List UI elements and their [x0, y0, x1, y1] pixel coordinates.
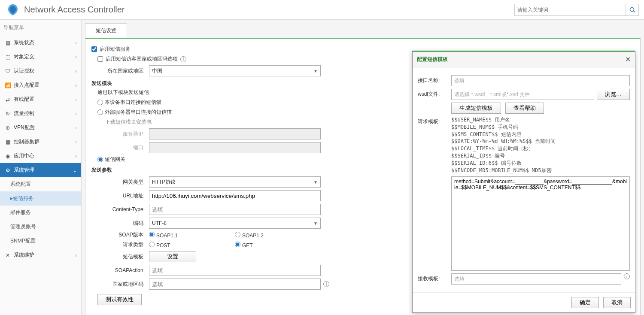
- sidebar-item-cluster[interactable]: ▦控制器集群›: [0, 135, 81, 149]
- info-icon[interactable]: i: [180, 56, 186, 62]
- radio-ext-modem[interactable]: [97, 109, 103, 115]
- chevron-right-icon: ›: [75, 68, 77, 74]
- sidebar-item-label: 认证授权: [14, 67, 75, 75]
- wired-icon: ⇄: [4, 97, 11, 103]
- sidebar-title: 导航菜单: [0, 20, 81, 36]
- req-type-label: 请求类型:: [97, 241, 149, 248]
- port-input: [149, 142, 321, 153]
- status-icon: ▤: [4, 40, 11, 46]
- sidebar-item-object-def[interactable]: ⬚对象定义›: [0, 50, 81, 64]
- sidebar-item-label: 系统状态: [14, 39, 75, 46]
- info-icon[interactable]: i: [624, 273, 630, 279]
- radio-local-modem[interactable]: [97, 100, 103, 105]
- interface-name-input[interactable]: [451, 75, 630, 86]
- search-button[interactable]: [626, 4, 639, 16]
- close-icon[interactable]: ✕: [625, 55, 631, 64]
- radio-sms-gateway[interactable]: [97, 157, 103, 162]
- sub-system-config[interactable]: 系统配置: [0, 177, 81, 191]
- chevron-right-icon: ›: [75, 125, 77, 131]
- chevron-right-icon: ›: [75, 54, 77, 60]
- enable-region-checkbox[interactable]: [97, 56, 103, 62]
- app-logo-icon: [5, 2, 21, 18]
- radio-label: SOAP1.2: [242, 233, 264, 239]
- chevron-right-icon: ›: [75, 153, 77, 159]
- request-template-textarea[interactable]: [451, 176, 630, 271]
- sub-sms-service[interactable]: ▸短信服务: [0, 191, 81, 206]
- soapaction-input[interactable]: [149, 265, 321, 276]
- server-ip-label: 服务器IP:: [97, 130, 149, 138]
- tab-sms-settings[interactable]: 短信设置: [85, 23, 127, 38]
- radio-label: POST: [156, 242, 170, 248]
- sidebar-item-label: 接入点配置: [14, 82, 75, 89]
- chevron-down-icon: ▼: [313, 69, 318, 73]
- wsdl-file-input[interactable]: [451, 89, 594, 100]
- app-title: Network Access Controller: [24, 5, 514, 15]
- receive-template-input[interactable]: [451, 273, 621, 285]
- wsdl-label: wsdl文件:: [418, 89, 451, 98]
- sidebar-item-sysmaint[interactable]: ✕系统维护›: [0, 248, 81, 262]
- radio-post[interactable]: [149, 242, 155, 247]
- sidebar-item-auth[interactable]: 🛡认证授权›: [0, 64, 81, 78]
- gw-type-select[interactable]: HTTP协议▼: [149, 176, 321, 188]
- receive-template-label: 接收模板:: [418, 273, 451, 282]
- radio-get[interactable]: [235, 242, 240, 247]
- gw-type-label: 网关类型:: [97, 179, 149, 186]
- sidebar-item-sysmgmt[interactable]: ⚙系统管理⌄: [0, 163, 81, 177]
- sub-snmp[interactable]: SNMP配置: [0, 234, 81, 248]
- combo-value: UTF-8: [152, 220, 167, 226]
- sidebar-item-appcenter[interactable]: ◉应用中心›: [0, 149, 81, 163]
- sidebar-item-wired[interactable]: ⇄有线配置›: [0, 92, 81, 106]
- radio-soap11[interactable]: [149, 232, 155, 237]
- main-content: 短信设置 启用短信服务 启用短信访客国家或地区码选项 i 所在国家或地区: 中国…: [82, 20, 644, 315]
- auth-icon: 🛡: [4, 68, 11, 74]
- sidebar-item-label: 有线配置: [14, 96, 75, 103]
- sidebar-item-system-status[interactable]: ▤系统状态›: [0, 36, 81, 50]
- interface-name-label: 接口名称:: [418, 75, 451, 84]
- info-icon[interactable]: i: [323, 281, 329, 287]
- test-validity-button[interactable]: 测试有效性: [97, 294, 142, 305]
- sidebar-item-label: 对象定义: [14, 53, 75, 61]
- modal-header: 配置短信模板 ✕: [413, 51, 635, 67]
- ok-button[interactable]: 确定: [571, 297, 599, 308]
- traffic-icon: ↻: [4, 111, 11, 117]
- radio-soap12[interactable]: [235, 232, 240, 237]
- soapaction-label: SOAPAction:: [97, 267, 149, 273]
- port-label: 端口:: [97, 144, 149, 151]
- soap-label: SOAP版本:: [97, 231, 149, 239]
- enable-sms-checkbox[interactable]: [91, 46, 97, 52]
- sub-admin-account[interactable]: 管理员账号: [0, 220, 81, 234]
- sub-mail-service[interactable]: 邮件服务: [0, 206, 81, 220]
- request-template-label: 请求模板:: [418, 116, 451, 125]
- content-type-label: Content-Type:: [97, 206, 149, 212]
- appcenter-icon: ◉: [4, 153, 11, 159]
- country-label: 所在国家或地区:: [97, 67, 149, 75]
- gear-icon: ⚙: [4, 167, 11, 173]
- search-icon: [629, 7, 635, 13]
- sidebar-item-traffic[interactable]: ↻流量控制›: [0, 106, 81, 121]
- chevron-right-icon: ›: [75, 82, 77, 88]
- enable-region-label: 启用短信访客国家或地区码选项: [106, 55, 178, 63]
- sidebar-item-vpn[interactable]: ⊕VPN配置›: [0, 121, 81, 135]
- country-select[interactable]: 中国▼: [149, 65, 321, 76]
- server-ip-input: [149, 128, 321, 139]
- sidebar-item-label: 应用中心: [14, 152, 75, 160]
- ap-icon: 📶: [4, 82, 11, 88]
- view-help-button[interactable]: 查看帮助: [505, 103, 544, 114]
- sidebar-item-ap[interactable]: 📶接入点配置›: [0, 78, 81, 92]
- browse-button[interactable]: 浏览…: [597, 89, 630, 100]
- country-code-input[interactable]: [149, 279, 321, 290]
- url-input[interactable]: [149, 190, 321, 201]
- template-settings-button[interactable]: 设置: [149, 251, 196, 262]
- encoding-select[interactable]: UTF-8▼: [149, 218, 321, 229]
- cluster-icon: ▦: [4, 139, 11, 145]
- cancel-button[interactable]: 取消: [603, 297, 631, 308]
- sidebar-item-label: 控制器集群: [14, 138, 75, 145]
- object-icon: ⬚: [4, 54, 11, 60]
- search-input[interactable]: [514, 4, 626, 16]
- chevron-right-icon: ›: [75, 139, 77, 145]
- chevron-down-icon: ▼: [313, 180, 318, 185]
- generate-template-button[interactable]: 生成短信模板: [451, 103, 501, 114]
- radio-label: 外部服务器串口连接的短信猫: [105, 109, 172, 116]
- radio-label: GET: [242, 242, 253, 248]
- content-type-input[interactable]: [149, 204, 321, 215]
